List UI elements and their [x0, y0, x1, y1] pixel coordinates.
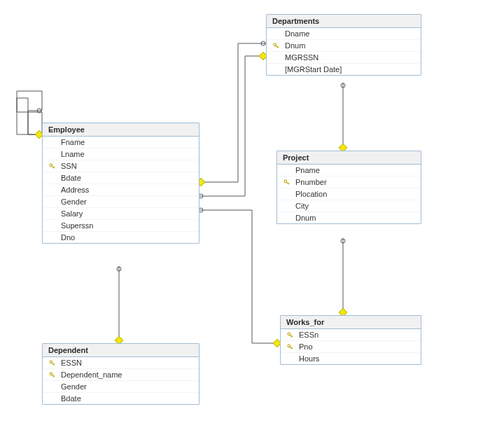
table-field[interactable]: Pnumber: [277, 176, 421, 188]
primary-key-icon: [284, 179, 290, 186]
table-field[interactable]: Lname: [43, 148, 199, 160]
table-field[interactable]: Plocation: [277, 188, 421, 200]
table-field[interactable]: Bdate: [43, 172, 199, 184]
table-field[interactable]: MGRSSN: [267, 52, 421, 64]
field-name: City: [295, 202, 309, 210]
er-canvas: { "tables": { "departments": { "title": …: [0, 0, 504, 444]
pk-marker: [47, 372, 57, 378]
field-name: Gender: [61, 382, 87, 391]
field-list: PnamePnumberPlocationCityDnum: [277, 165, 421, 223]
field-name: ESSn: [299, 331, 318, 339]
field-name: Bdate: [61, 394, 81, 403]
table-header: Employee: [43, 123, 199, 137]
table-field[interactable]: Gender: [43, 196, 199, 208]
field-name: Hours: [299, 354, 319, 363]
field-list: DnameDnumMGRSSN[MGRStart Date]: [267, 28, 421, 75]
table-departments[interactable]: Departments DnameDnumMGRSSN[MGRStart Dat…: [266, 14, 421, 76]
field-name: Dnum: [285, 41, 305, 50]
field-name: Fname: [61, 138, 85, 146]
field-list: ESSNDependent_nameGenderBdate: [43, 357, 199, 404]
table-field[interactable]: SSN: [43, 160, 199, 172]
pk-marker: [285, 344, 295, 350]
pk-marker: [285, 332, 295, 338]
field-name: Pname: [295, 166, 320, 174]
table-field[interactable]: Superssn: [43, 220, 199, 232]
table-header: Dependent: [43, 344, 199, 357]
table-field[interactable]: Pname: [277, 165, 421, 176]
table-works-for[interactable]: Works_for ESSnPnoHours: [280, 315, 421, 365]
table-field[interactable]: Dnum: [267, 40, 421, 52]
table-field[interactable]: Bdate: [43, 393, 199, 404]
primary-key-icon: [287, 332, 293, 338]
field-list: ESSnPnoHours: [281, 329, 421, 364]
field-name: [MGRStart Date]: [285, 65, 342, 74]
field-name: MGRSSN: [285, 53, 318, 62]
field-name: Salary: [61, 209, 83, 218]
table-field[interactable]: [MGRStart Date]: [267, 64, 421, 75]
table-project[interactable]: Project PnamePnumberPlocationCityDnum: [276, 151, 421, 224]
primary-key-icon: [49, 360, 55, 366]
primary-key-icon: [49, 163, 55, 169]
table-field[interactable]: ESSn: [281, 329, 421, 341]
table-field[interactable]: Fname: [43, 137, 199, 148]
table-field[interactable]: Pno: [281, 341, 421, 353]
table-field[interactable]: Gender: [43, 381, 199, 393]
pk-marker: [47, 360, 57, 366]
table-field[interactable]: Dname: [267, 28, 421, 40]
table-dependent[interactable]: Dependent ESSNDependent_nameGenderBdate: [42, 343, 200, 405]
primary-key-icon: [49, 372, 55, 378]
pk-marker: [271, 43, 281, 49]
pk-marker: [281, 179, 291, 186]
field-name: Gender: [61, 197, 87, 206]
field-name: SSN: [61, 162, 77, 170]
field-name: Dname: [285, 29, 309, 38]
table-employee[interactable]: Employee FnameLnameSSNBdateAddressGender…: [42, 123, 200, 244]
field-name: Dependent_name: [61, 370, 122, 379]
table-field[interactable]: City: [277, 200, 421, 212]
table-field[interactable]: Dno: [43, 232, 199, 243]
field-name: Superssn: [61, 221, 93, 230]
table-field[interactable]: Salary: [43, 208, 199, 220]
table-field[interactable]: Address: [43, 184, 199, 196]
pk-marker: [47, 163, 57, 169]
table-field[interactable]: Dependent_name: [43, 369, 199, 381]
table-header: Departments: [267, 15, 421, 28]
primary-key-icon: [287, 344, 293, 350]
field-name: Dnum: [295, 214, 316, 222]
table-field[interactable]: ESSN: [43, 357, 199, 369]
field-name: Lname: [61, 150, 85, 158]
field-name: ESSN: [61, 359, 82, 367]
field-name: Address: [61, 186, 89, 194]
field-name: Dno: [61, 233, 75, 242]
field-name: Pno: [299, 342, 313, 351]
table-header: Project: [277, 151, 421, 165]
table-field[interactable]: Hours: [281, 353, 421, 364]
field-name: Bdate: [61, 174, 81, 182]
field-name: Plocation: [295, 190, 327, 198]
primary-key-icon: [273, 43, 279, 49]
field-name: Pnumber: [295, 178, 327, 186]
table-field[interactable]: Dnum: [277, 212, 421, 223]
table-header: Works_for: [281, 316, 421, 329]
field-list: FnameLnameSSNBdateAddressGenderSalarySup…: [43, 137, 199, 243]
